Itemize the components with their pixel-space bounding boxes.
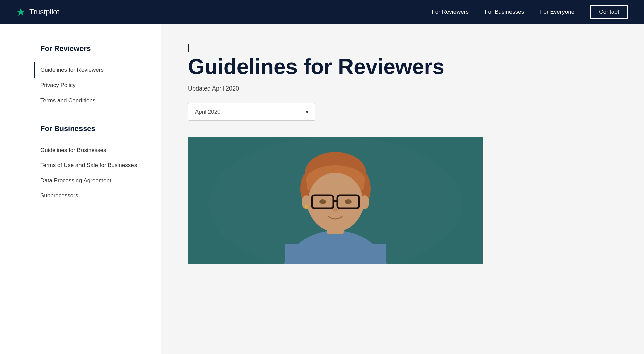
sidebar-item-label: Subprocessors: [40, 191, 78, 200]
content-header: Guidelines for Reviewers Updated April 2…: [188, 44, 617, 121]
hero-image: [188, 137, 483, 264]
sidebar-section-title-reviewers: For Reviewers: [40, 44, 145, 53]
sidebar-item-terms-of-use-and-sale[interactable]: Terms of Use and Sale for Businesses: [40, 158, 145, 173]
navbar-link-businesses[interactable]: For Businesses: [485, 9, 524, 15]
version-select[interactable]: April 2020 March 2020 February 2020 Janu…: [188, 103, 315, 121]
navbar: ★ Trustpilot For Reviewers For Businesse…: [0, 0, 644, 24]
page-wrapper: For Reviewers Guidelines for Reviewers P…: [0, 0, 644, 354]
sidebar-section-businesses: For Businesses Guidelines for Businesses…: [40, 124, 145, 203]
svg-point-21: [360, 195, 369, 209]
sidebar: For Reviewers Guidelines for Reviewers P…: [0, 24, 161, 354]
sidebar-item-label: Privacy Policy: [40, 81, 76, 90]
person-illustration: [188, 137, 483, 264]
sidebar-item-terms-and-conditions[interactable]: Terms and Conditions: [40, 93, 145, 108]
text-cursor-icon: [188, 44, 189, 52]
svg-point-19: [333, 208, 338, 212]
svg-rect-14: [333, 200, 337, 202]
sidebar-section-title-businesses: For Businesses: [40, 124, 145, 133]
sidebar-item-label: Guidelines for Businesses: [40, 146, 106, 155]
sidebar-item-label: Terms of Use and Sale for Businesses: [40, 161, 137, 170]
svg-point-17: [319, 199, 326, 204]
updated-date: Updated April 2020: [188, 85, 617, 92]
sidebar-item-label: Guidelines for Reviewers: [40, 66, 104, 74]
sidebar-item-subprocessors[interactable]: Subprocessors: [40, 188, 145, 203]
sidebar-item-guidelines-for-businesses[interactable]: Guidelines for Businesses: [40, 142, 145, 158]
hero-image-background: [188, 137, 483, 264]
svg-rect-3: [285, 244, 386, 264]
sidebar-item-privacy-policy[interactable]: Privacy Policy: [40, 78, 145, 93]
page-title: Guidelines for Reviewers: [188, 55, 617, 78]
trustpilot-star-icon: ★: [16, 7, 26, 17]
sidebar-item-label: Data Processing Agreement: [40, 176, 111, 185]
version-select-wrapper: April 2020 March 2020 February 2020 Janu…: [188, 103, 315, 121]
navbar-link-reviewers[interactable]: For Reviewers: [432, 9, 469, 15]
sidebar-item-data-processing-agreement[interactable]: Data Processing Agreement: [40, 173, 145, 188]
navbar-logo[interactable]: ★ Trustpilot: [16, 7, 59, 17]
navbar-links: For Reviewers For Businesses For Everyon…: [432, 5, 628, 19]
sidebar-section-reviewers: For Reviewers Guidelines for Reviewers P…: [40, 44, 145, 108]
svg-point-18: [345, 199, 352, 204]
sidebar-item-label: Terms and Conditions: [40, 96, 95, 105]
navbar-logo-text: Trustpilot: [29, 8, 59, 16]
navbar-link-everyone[interactable]: For Everyone: [540, 9, 574, 15]
contact-button[interactable]: Contact: [590, 5, 628, 19]
svg-point-22: [305, 205, 308, 208]
main-content: Guidelines for Reviewers Updated April 2…: [161, 24, 644, 354]
sidebar-item-guidelines-for-reviewers[interactable]: Guidelines for Reviewers: [40, 62, 145, 78]
